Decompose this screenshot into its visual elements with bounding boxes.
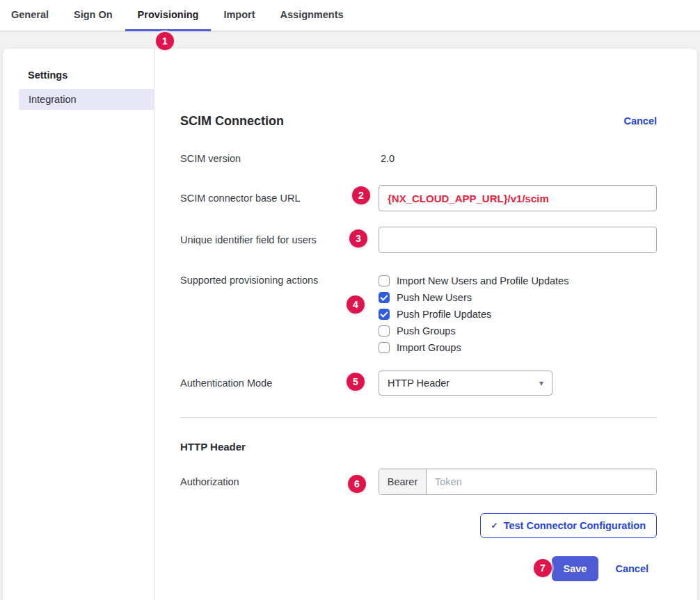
bearer-prefix: Bearer [379,469,427,494]
authorization-row: Authorization Bearer [180,469,657,495]
unique-identifier-row: Unique identifier field for users [180,227,657,253]
annotation-badge-6: 6 [348,475,366,493]
push-groups-checkbox[interactable] [379,325,390,337]
scim-version-label: SCIM version [180,153,379,164]
tab-provisioning[interactable]: Provisioning [125,0,212,31]
checkbox-option-push-groups[interactable]: Push Groups [379,323,657,339]
tab-assignments[interactable]: Assignments [268,0,356,31]
import-groups-checkbox[interactable] [379,342,390,353]
screen: General Sign On Provisioning Import Assi… [0,0,700,600]
test-connector-row: ✓ Test Connector Configuration [180,513,657,538]
checkbox-label: Import Groups [397,342,461,353]
checkbox-option-push-new-users[interactable]: Push New Users [379,289,657,306]
provisioning-actions-row: Supported provisioning actions Import Ne… [180,273,657,356]
header-cancel-link[interactable]: Cancel [623,115,657,127]
test-connector-button[interactable]: ✓ Test Connector Configuration [480,513,657,538]
main-card: Settings Integration SCIM Connection Can… [3,49,697,600]
checkbox-label: Push New Users [397,292,472,303]
annotation-badge-4: 4 [347,295,365,314]
annotation-badge-7: 7 [534,559,552,577]
scim-version-value: 2.0 [379,153,657,164]
annotation-badge-5: 5 [347,373,365,391]
push-new-users-checkbox[interactable] [379,292,390,303]
base-url-row: SCIM connector base URL [180,185,657,211]
auth-mode-select[interactable]: HTTP Header ▾ [379,371,552,396]
http-header-section-heading: HTTP Header [180,440,657,454]
authorization-input-group: Bearer [379,469,657,495]
scim-form: SCIM Connection Cancel SCIM version 2.0 … [154,49,697,600]
provisioning-actions-label: Supported provisioning actions [180,273,379,286]
cancel-button[interactable]: Cancel [615,563,649,574]
tab-import[interactable]: Import [211,0,267,31]
auth-mode-row: Authentication Mode HTTP Header ▾ [180,371,657,396]
import-users-checkbox[interactable] [379,275,390,286]
tab-bar: General Sign On Provisioning Import Assi… [0,0,700,31]
token-input[interactable] [427,469,656,494]
auth-mode-value: HTTP Header [388,378,450,389]
provisioning-actions-list: Import New Users and Profile Updates Pus… [379,273,657,356]
base-url-input[interactable] [379,185,657,211]
annotation-badge-2: 2 [352,186,370,204]
tab-sign-on[interactable]: Sign On [61,0,125,31]
annotation-badge-3: 3 [349,229,367,248]
form-header: SCIM Connection Cancel [180,111,657,131]
form-actions-row: Save Cancel [180,556,657,581]
scim-version-row: SCIM version 2.0 [180,152,657,165]
save-button[interactable]: Save [552,556,599,581]
checkbox-option-push-profile-updates[interactable]: Push Profile Updates [379,306,657,323]
check-icon: ✓ [491,521,498,530]
sidebar-item-integration[interactable]: Integration [19,89,154,110]
tab-general[interactable]: General [11,0,61,31]
checkbox-label: Push Profile Updates [397,309,491,320]
unique-identifier-input[interactable] [379,227,657,253]
settings-sidebar: Settings Integration [3,49,154,600]
base-url-label: SCIM connector base URL [180,193,379,204]
checkbox-option-import-groups[interactable]: Import Groups [379,339,657,356]
push-profile-updates-checkbox[interactable] [379,309,390,320]
chevron-down-icon: ▾ [539,378,543,388]
annotation-badge-1: 1 [156,32,174,50]
section-divider [180,417,657,418]
checkbox-label: Import New Users and Profile Updates [397,275,568,286]
checkbox-option-import-users[interactable]: Import New Users and Profile Updates [379,273,657,289]
checkbox-label: Push Groups [397,325,456,337]
page-title: SCIM Connection [180,114,284,129]
sidebar-heading: Settings [3,68,154,82]
test-connector-label: Test Connector Configuration [504,520,646,531]
